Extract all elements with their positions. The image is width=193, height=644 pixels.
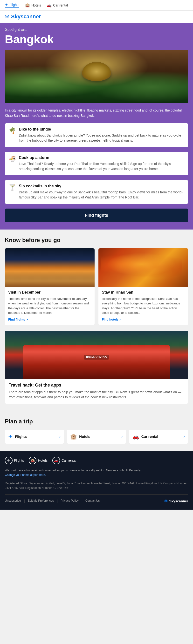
footer-separator-2: | [57, 499, 58, 503]
footer-logo-icon: ❄ [164, 498, 168, 504]
know-before-section: Know before you go Visit in December The… [0, 230, 193, 411]
travel-hack-body: Travel hack: Get the apps There are tons… [5, 379, 188, 404]
logo-text: Skyscanner [11, 14, 41, 20]
travel-hack-title: Travel hack: Get the apps [9, 383, 184, 388]
activity-cook: 🍜 Cook up a storm Love Thai food? Ready … [5, 152, 188, 175]
plan-trip-section: Plan a trip ✈ Flights › 🏨 Hotels › 🚗 Car… [0, 411, 193, 451]
footer-nav: ✈ Flights 🏨 Hotels 🚗 Car rental [5, 457, 188, 464]
footer-privacy[interactable]: Privacy Policy [61, 499, 79, 503]
activity-bike-content: Bike to the jungle Didn't know about Ban… [19, 127, 184, 143]
footer-unsubscribe[interactable]: Unsubscribe [5, 499, 21, 503]
plan-flights-icon: ✈ [8, 434, 13, 440]
city-title: Bangkok [5, 33, 188, 46]
card-khao-san-body: Stay in Khao San Historically the home o… [98, 287, 188, 325]
car-icon: 🚗 [47, 3, 52, 8]
plan-car-rental[interactable]: 🚗 Car rental › [129, 430, 188, 444]
card-visit-title: Visit in December [8, 290, 91, 294]
footer: ✈ Flights 🏨 Hotels 🚗 Car rental We don't… [0, 451, 193, 510]
footer-airport-text: We don't have a home airport on record f… [5, 468, 188, 477]
logo-icon: ❄ [5, 14, 9, 20]
activity-bike-title: Bike to the jungle [19, 127, 184, 132]
footer-change-airport-link[interactable]: Change your home airport here. [5, 473, 46, 476]
plan-hotels-label: Hotels [79, 434, 90, 438]
top-nav: ✈ Flights 🏨 Hotels 🚗 Car rental [0, 0, 193, 10]
hero-image-inner [5, 50, 188, 103]
card-market-image [98, 248, 188, 287]
footer-nav-car[interactable]: 🚗 Car rental [52, 457, 76, 464]
card-khao-san-title: Stay in Khao San [102, 290, 185, 294]
plan-trip-grid: ✈ Flights › 🏨 Hotels › 🚗 Car rental › [5, 430, 188, 444]
nav-car-rental[interactable]: 🚗 Car rental [47, 3, 68, 8]
footer-separator-3: | [82, 499, 83, 503]
plan-flights-left: ✈ Flights [8, 434, 27, 440]
travel-hack-card: Travel hack: Get the apps There are tons… [5, 331, 188, 404]
footer-car-icon: 🚗 [52, 457, 60, 464]
footer-car-label: Car rental [62, 458, 76, 462]
activity-cocktails: 🍸 Sip cocktails in the sky Dress up and … [5, 180, 188, 204]
plan-car-label: Car rental [141, 434, 158, 438]
footer-preferences[interactable]: Edit My Preferences [28, 499, 54, 503]
footer-separator-1: | [24, 499, 25, 503]
card-find-hotels-link[interactable]: Find hotels > [102, 318, 121, 321]
nav-flights-label: Flights [10, 3, 19, 7]
activity-cook-desc: Love Thai food? Ready to hone your Pad T… [19, 161, 184, 172]
plan-flights[interactable]: ✈ Flights › [5, 430, 64, 444]
cocktails-icon: 🍸 [9, 184, 16, 200]
logo-bar: ❄ Skyscanner [0, 10, 193, 23]
footer-bottom-links: Unsubscribe | Edit My Preferences | Priv… [5, 499, 100, 503]
footer-airport-message: We don't have a home airport on record f… [5, 469, 141, 472]
activity-cocktails-desc: Dress up and make your way to one of Ban… [19, 190, 184, 200]
know-before-cards: Visit in December The best time to hit t… [5, 248, 188, 325]
card-visit-body: Visit in December The best time to hit t… [5, 287, 95, 325]
travel-hack-image [5, 331, 188, 379]
nav-hotels[interactable]: 🏨 Hotels [25, 3, 41, 8]
footer-flights-icon: ✈ [5, 457, 13, 464]
know-before-title: Know before you go [5, 237, 188, 244]
plan-flights-label: Flights [15, 434, 27, 438]
footer-logo-text: Skyscanner [169, 499, 188, 503]
activity-cocktails-title: Sip cocktails in the sky [19, 184, 184, 188]
card-khao-san-desc: Historically the home of the backpacker,… [102, 296, 185, 315]
plan-car-left: 🚗 Car rental [132, 434, 158, 440]
plan-flights-arrow: › [59, 434, 61, 439]
plan-car-arrow: › [183, 434, 185, 439]
card-find-flights-link[interactable]: Find flights > [8, 318, 28, 321]
hotels-icon: 🏨 [25, 3, 30, 8]
intro-text: In a city known for its golden temples, … [5, 108, 188, 118]
activity-bike: 🌴 Bike to the jungle Didn't know about B… [5, 123, 188, 147]
footer-nav-flights[interactable]: ✈ Flights [5, 457, 24, 464]
flights-icon: ✈ [5, 2, 8, 7]
activity-cook-title: Cook up a storm [19, 156, 184, 160]
find-flights-button[interactable]: Find flights [5, 208, 188, 222]
plan-car-icon: 🚗 [132, 434, 139, 440]
card-visit-desc: The best time to hit the city is from No… [8, 296, 91, 315]
card-khao-san: Stay in Khao San Historically the home o… [98, 248, 188, 325]
card-night-image [5, 248, 95, 287]
spotlight-label: Spotlight on... [5, 28, 188, 32]
footer-logo: ❄ Skyscanner [164, 498, 188, 504]
footer-hotels-label: Hotels [38, 458, 48, 462]
footer-bottom: Unsubscribe | Edit My Preferences | Priv… [5, 494, 188, 504]
plan-hotels-left: 🏨 Hotels [70, 434, 90, 440]
nav-flights[interactable]: ✈ Flights [5, 2, 19, 8]
nav-car-label: Car rental [53, 3, 68, 7]
activity-cocktails-content: Sip cocktails in the sky Dress up and ma… [19, 184, 184, 200]
cook-icon: 🍜 [9, 156, 16, 172]
plan-hotels-arrow: › [121, 434, 123, 439]
card-visit-december: Visit in December The best time to hit t… [5, 248, 95, 325]
footer-flights-label: Flights [14, 458, 24, 462]
travel-hack-desc: There are tons of apps out there to help… [9, 390, 184, 400]
activity-bike-desc: Didn't know about Bangkok's hidden jungl… [19, 133, 184, 143]
footer-nav-hotels[interactable]: 🏨 Hotels [29, 457, 48, 464]
footer-hotels-icon: 🏨 [29, 457, 37, 464]
nav-hotels-label: Hotels [31, 3, 41, 7]
footer-contact[interactable]: Contact Us [85, 499, 100, 503]
bike-icon: 🌴 [9, 127, 16, 143]
activity-cook-content: Cook up a storm Love Thai food? Ready to… [19, 156, 184, 172]
plan-hotels[interactable]: 🏨 Hotels › [67, 430, 126, 444]
plan-trip-title: Plan a trip [5, 418, 188, 425]
hero-image [5, 50, 188, 103]
hero-section: Spotlight on... Bangkok In a city known … [0, 23, 193, 230]
footer-legal: Registered Office: Skyscanner Limited, L… [5, 481, 188, 490]
plan-hotels-icon: 🏨 [70, 434, 77, 440]
